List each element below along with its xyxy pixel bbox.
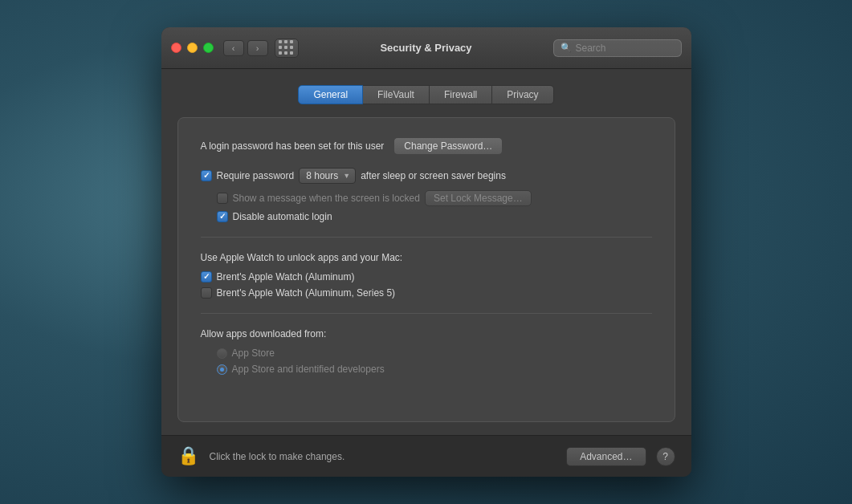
search-bar[interactable]: 🔍 [553,39,682,57]
password-timeout-value: 8 hours [306,170,338,181]
appstore-radio[interactable] [217,348,227,359]
forward-icon: › [256,43,259,53]
lock-text: Click the lock to make changes. [210,451,557,462]
tab-filevault[interactable]: FileVault [363,85,430,104]
checkmark-icon: ✓ [203,172,210,180]
require-password-row: ✓ Require password 8 hours ▼ after sleep… [201,168,652,184]
divider-2 [201,313,652,314]
checkmark-icon-2: ✓ [219,213,226,221]
close-button[interactable] [171,43,181,53]
disable-login-label: Disable automatic login [233,211,332,222]
after-sleep-label: after sleep or screen saver begins [361,170,506,181]
password-timeout-dropdown[interactable]: 8 hours ▼ [299,168,356,184]
appstore-label: App Store [232,348,275,359]
search-input[interactable] [576,43,675,54]
disable-login-row: ✓ Disable automatic login [217,211,652,222]
help-button[interactable]: ? [656,447,675,466]
grid-button[interactable] [275,39,299,58]
watch1-checkbox[interactable]: ✓ [201,271,212,282]
set-lock-message-button[interactable]: Set Lock Message… [425,190,532,206]
main-window: ‹ › Security & Privacy 🔍 General FileVau… [161,27,691,477]
watch2-label: Brent's Apple Watch (Aluminum, Series 5) [217,287,396,299]
identified-label: App Store and identified developers [232,364,385,375]
radio-row-identified: App Store and identified developers [217,364,652,375]
nav-buttons: ‹ › [223,40,268,56]
titlebar: ‹ › Security & Privacy 🔍 [161,27,691,69]
window-title: Security & Privacy [380,42,471,54]
back-icon: ‹ [232,43,235,53]
zoom-button[interactable] [203,43,214,53]
watch2-checkbox[interactable] [201,287,212,299]
traffic-lights [171,43,214,53]
show-message-label: Show a message when the screen is locked [233,193,420,204]
identified-radio[interactable] [217,364,227,375]
tab-firewall[interactable]: Firewall [430,85,492,104]
change-password-button[interactable]: Change Password… [393,137,503,155]
grid-icon [279,40,294,55]
advanced-button[interactable]: Advanced… [566,447,646,466]
content-area: General FileVault Firewall Privacy A log… [161,69,691,435]
dropdown-arrow-icon: ▼ [343,172,350,180]
show-message-row: Show a message when the screen is locked… [217,190,652,206]
tab-general[interactable]: General [298,85,363,104]
settings-panel: A login password has been set for this u… [177,117,675,422]
tab-privacy[interactable]: Privacy [492,85,553,104]
disable-login-checkbox[interactable]: ✓ [217,211,228,222]
watch-row-2: Brent's Apple Watch (Aluminum, Series 5) [201,287,652,299]
divider-1 [201,237,652,238]
back-button[interactable]: ‹ [223,40,244,56]
lock-icon[interactable]: 🔒 [177,445,200,468]
allow-apps-title: Allow apps downloaded from: [201,328,652,339]
login-password-label: A login password has been set for this u… [201,140,385,152]
show-message-checkbox[interactable] [217,193,228,204]
minimize-button[interactable] [187,43,198,53]
checkmark-icon-3: ✓ [203,273,210,281]
radio-dot-icon [220,368,224,372]
bottom-bar: 🔒 Click the lock to make changes. Advanc… [161,435,691,477]
radio-row-appstore: App Store [217,348,652,359]
login-password-row: A login password has been set for this u… [201,137,652,155]
tab-bar: General FileVault Firewall Privacy [177,85,675,104]
forward-button[interactable]: › [247,40,268,56]
watch1-label: Brent's Apple Watch (Aluminum) [217,271,355,282]
watch-row-1: ✓ Brent's Apple Watch (Aluminum) [201,271,652,282]
search-icon: 🔍 [561,43,572,53]
apple-watch-title: Use Apple Watch to unlock apps and your … [201,252,652,263]
require-password-label: Require password [217,170,295,181]
require-password-checkbox[interactable]: ✓ [201,170,212,181]
